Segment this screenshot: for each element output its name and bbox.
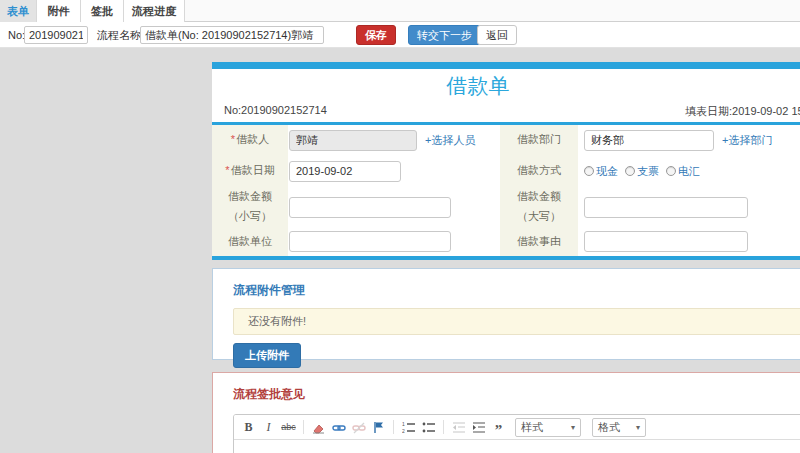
loan-unit-field-cell	[288, 227, 500, 256]
dept-field-cell: +选择部门	[578, 125, 800, 155]
tab-bar: 表单 附件 签批 流程进度	[0, 0, 800, 22]
loan-date-label: *借款日期	[212, 155, 288, 187]
page-content: 借款单 No:20190902152714 填表日期:2019-09-02 15…	[0, 48, 800, 453]
pick-dept-link[interactable]: +选择部门	[722, 133, 772, 148]
no-label: No:	[8, 22, 25, 48]
unlink-icon[interactable]	[351, 419, 366, 436]
loan-unit-label: 借款单位	[212, 227, 288, 256]
flow-name-input[interactable]	[140, 26, 324, 44]
no-input[interactable]	[24, 26, 88, 44]
form-title: 借款单	[212, 69, 744, 100]
loan-form-panel: 借款单 No:20190902152714 填表日期:2019-09-02 15…	[212, 62, 800, 260]
form-meta-row: No:20190902152714 填表日期:2019-09-02 15:27:…	[212, 100, 800, 122]
loan-reason-field-cell	[578, 227, 800, 256]
amount-big-input[interactable]	[584, 197, 748, 218]
back-button[interactable]: 返回	[477, 25, 517, 45]
svg-text:2: 2	[402, 428, 405, 434]
dept-label: 借款部门	[500, 125, 578, 155]
radio-circle-icon	[666, 166, 676, 176]
form-no-text: No:20190902152714	[224, 104, 327, 116]
amount-big-label: 借款金额（大写）	[500, 187, 578, 227]
signoff-header: 流程签批意见	[233, 386, 800, 403]
borrower-label: *借款人	[212, 125, 288, 155]
remove-format-icon[interactable]	[311, 419, 326, 436]
chevron-down-icon: ▾	[636, 423, 640, 432]
forward-next-step-button[interactable]: 转交下一步	[408, 25, 481, 45]
save-button[interactable]: 保存	[356, 25, 396, 45]
svg-text:1: 1	[402, 421, 405, 427]
loan-method-field-cell: 现金 支票 电汇	[578, 155, 800, 187]
rich-text-editor: B I abc 12	[233, 414, 800, 453]
amount-small-input[interactable]	[289, 197, 451, 218]
numbered-list-icon[interactable]: 12	[401, 419, 416, 436]
loan-date-input[interactable]	[289, 161, 401, 182]
form-date-text: 填表日期:2019-09-02 15:27:1	[685, 104, 800, 119]
pick-person-link[interactable]: +选择人员	[425, 133, 475, 148]
radio-cash[interactable]: 现金	[584, 164, 618, 179]
strikethrough-icon[interactable]: abc	[281, 419, 296, 436]
borrower-input[interactable]	[289, 130, 417, 151]
indent-icon[interactable]	[471, 419, 486, 436]
format-dropdown[interactable]: 格式 ▾	[592, 418, 646, 437]
loan-reason-label: 借款事由	[500, 227, 578, 256]
panel-top-accent-bar	[212, 62, 800, 69]
radio-wire[interactable]: 电汇	[666, 164, 700, 179]
no-attachments-message: 还没有附件!	[233, 308, 800, 335]
amount-small-field-cell	[288, 187, 500, 227]
radio-circle-icon	[625, 166, 635, 176]
radio-circle-icon	[584, 166, 594, 176]
outdent-icon[interactable]	[451, 419, 466, 436]
borrower-field-cell: +选择人员	[288, 125, 500, 155]
toolbar-separator	[303, 420, 304, 434]
radio-check[interactable]: 支票	[625, 164, 659, 179]
loan-reason-input[interactable]	[584, 231, 748, 252]
attachments-panel: 流程附件管理 还没有附件! 上传附件	[212, 268, 800, 360]
loan-form-grid: *借款人 +选择人员 借款部门 +选择部门 *借款日期 借款方式	[212, 125, 800, 256]
bulleted-list-icon[interactable]	[421, 419, 436, 436]
action-toolbar: No: 流程名称: 保存 转交下一步 返回	[0, 22, 800, 48]
editor-body[interactable]	[234, 440, 800, 453]
loan-date-field-cell	[288, 155, 500, 187]
toolbar-separator	[393, 420, 394, 434]
tab-attachments[interactable]: 附件	[37, 0, 81, 22]
bold-icon[interactable]: B	[241, 419, 256, 436]
chevron-down-icon: ▾	[571, 423, 575, 432]
amount-small-label: 借款金额（小写）	[212, 187, 288, 227]
styles-dropdown[interactable]: 样式 ▾	[515, 418, 581, 437]
loan-method-radio-group: 现金 支票 电汇	[584, 164, 700, 179]
panel-bottom-accent-bar	[212, 256, 800, 260]
anchor-flag-icon[interactable]	[371, 419, 386, 436]
link-icon[interactable]	[331, 419, 346, 436]
blockquote-icon[interactable]: ”	[491, 419, 506, 436]
flow-name-label: 流程名称:	[97, 22, 144, 48]
loan-method-label: 借款方式	[500, 155, 578, 187]
tab-flow-progress[interactable]: 流程进度	[124, 0, 185, 22]
toolbar-separator	[443, 420, 444, 434]
loan-unit-input[interactable]	[289, 231, 451, 252]
attachments-header: 流程附件管理	[233, 282, 800, 299]
editor-toolbar: B I abc 12	[234, 415, 800, 440]
dept-input[interactable]	[584, 130, 714, 151]
upload-attachment-button[interactable]: 上传附件	[233, 343, 301, 368]
signoff-panel: 流程签批意见 B I abc	[212, 372, 800, 453]
required-mark: *	[231, 133, 235, 145]
tab-signoff[interactable]: 签批	[81, 0, 124, 22]
required-mark: *	[225, 164, 229, 176]
amount-big-field-cell	[578, 187, 800, 227]
italic-icon[interactable]: I	[261, 419, 276, 436]
tab-form[interactable]: 表单	[0, 0, 37, 22]
